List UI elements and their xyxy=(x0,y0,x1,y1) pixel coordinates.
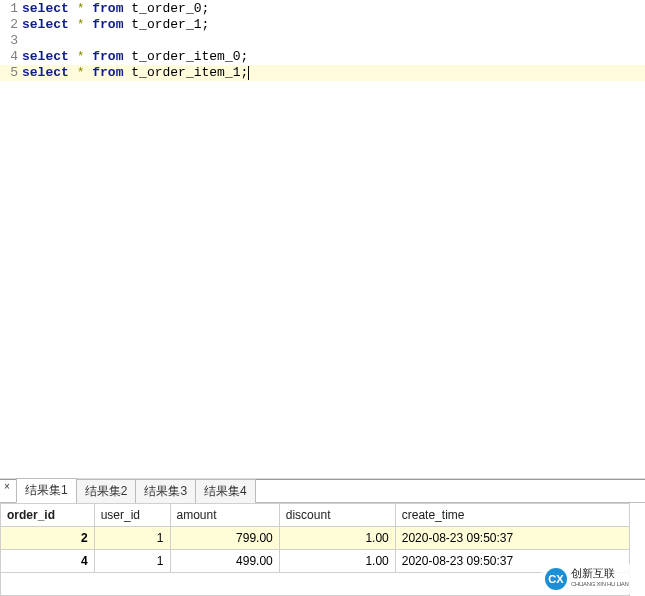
editor-line-current[interactable]: 5 select * from t_order_item_1; xyxy=(0,65,645,81)
sql-editor[interactable]: 1 select * from t_order_0; 2 select * fr… xyxy=(0,0,645,479)
result-grid-wrap: order_id user_id amount discount create_… xyxy=(0,503,645,596)
editor-line[interactable]: 3 xyxy=(0,33,645,49)
cell-amount: 499.00 xyxy=(170,550,279,573)
line-number: 3 xyxy=(0,33,22,49)
cell-order-id: 2 xyxy=(1,527,95,550)
editor-line-list: 1 select * from t_order_0; 2 select * fr… xyxy=(0,0,645,81)
col-order-id[interactable]: order_id xyxy=(1,504,95,527)
text-caret xyxy=(248,66,249,80)
col-user-id[interactable]: user_id xyxy=(94,504,170,527)
cell-user-id: 1 xyxy=(94,527,170,550)
editor-line[interactable]: 1 select * from t_order_0; xyxy=(0,1,645,17)
app-root: 1 select * from t_order_0; 2 select * fr… xyxy=(0,0,645,596)
col-discount[interactable]: discount xyxy=(279,504,395,527)
editor-line[interactable]: 2 select * from t_order_1; xyxy=(0,17,645,33)
tab-resultset-1[interactable]: 结果集1 xyxy=(16,478,77,503)
table-row[interactable]: 2 1 799.00 1.00 2020-08-23 09:50:37 xyxy=(1,527,630,550)
close-icon[interactable]: × xyxy=(1,481,13,493)
cell-order-id: 4 xyxy=(1,550,95,573)
code-text: select * from t_order_item_1; xyxy=(22,65,249,81)
tab-resultset-3[interactable]: 结果集3 xyxy=(135,479,196,503)
cell-discount: 1.00 xyxy=(279,527,395,550)
line-number: 4 xyxy=(0,49,22,65)
editor-line[interactable]: 4 select * from t_order_item_0; xyxy=(0,49,645,65)
line-number: 1 xyxy=(0,1,22,17)
line-number: 2 xyxy=(0,17,22,33)
tab-resultset-4[interactable]: 结果集4 xyxy=(195,479,256,503)
cell-user-id: 1 xyxy=(94,550,170,573)
empty-grid-space xyxy=(1,573,630,596)
results-panel: × 结果集1 结果集2 结果集3 结果集4 order_id user xyxy=(0,479,645,596)
result-grid[interactable]: order_id user_id amount discount create_… xyxy=(0,503,630,596)
col-amount[interactable]: amount xyxy=(170,504,279,527)
cell-amount: 799.00 xyxy=(170,527,279,550)
code-text: select * from t_order_item_0; xyxy=(22,49,248,65)
cell-create-time: 2020-08-23 09:50:37 xyxy=(395,550,629,573)
code-text: select * from t_order_0; xyxy=(22,1,209,17)
result-tabs: 结果集1 结果集2 结果集3 结果集4 xyxy=(0,480,645,503)
cell-discount: 1.00 xyxy=(279,550,395,573)
col-create-time[interactable]: create_time xyxy=(395,504,629,527)
code-text: select * from t_order_1; xyxy=(22,17,209,33)
tab-resultset-2[interactable]: 结果集2 xyxy=(76,479,137,503)
line-number: 5 xyxy=(0,65,22,81)
cell-create-time: 2020-08-23 09:50:37 xyxy=(395,527,629,550)
table-row[interactable]: 4 1 499.00 1.00 2020-08-23 09:50:37 xyxy=(1,550,630,573)
table-header-row: order_id user_id amount discount create_… xyxy=(1,504,630,527)
